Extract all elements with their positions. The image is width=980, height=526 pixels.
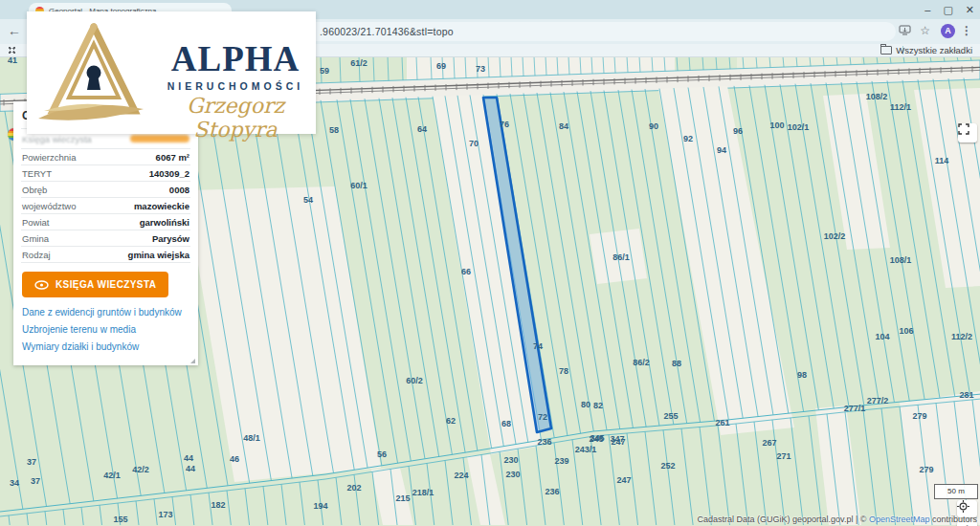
attribute-label: Gmina (22, 233, 49, 244)
scale-bar: 50 m (934, 484, 978, 499)
apps-grid-icon[interactable] (8, 46, 16, 55)
panel-link[interactable]: Uzbrojenie terenu w media (22, 324, 189, 335)
panel-resize-handle[interactable] (190, 359, 195, 363)
brand-subtitle: NIERUCHOMOŚCI (149, 80, 322, 92)
ksiega-wieczysta-button[interactable]: KSIĘGA WIECZYSTA (22, 272, 168, 297)
attribute-label: Rodzaj (22, 250, 51, 260)
browser-menu-icon[interactable]: ⋮ (961, 24, 972, 37)
osm-link[interactable]: OpenStreetMap (869, 515, 930, 524)
map-attribution: Cadastral Data (GUGiK) geoportal.gov.pl … (698, 515, 977, 524)
attribute-row: Powierzchnia6067 m² (22, 149, 189, 164)
attribute-value: gmina wiejska (128, 250, 189, 260)
attribution-text: Cadastral Data (GUGiK) geoportal.gov.pl … (698, 515, 869, 524)
window-controls: – ▢ ✕ (924, 3, 974, 16)
brand-name: ALPHA (149, 38, 322, 79)
bookmark-star-icon[interactable]: ☆ (920, 24, 930, 37)
attribute-label: Powierzchnia (22, 152, 77, 163)
attribute-value: 0008 (169, 185, 189, 195)
fullscreen-button[interactable] (958, 123, 977, 142)
minimize-button[interactable]: – (924, 3, 930, 16)
attribute-value: 140309_2 (149, 168, 189, 179)
panel-link[interactable]: Dane z ewidencji gruntów i budynków (22, 307, 189, 318)
kw-button-label: KSIĘGA WIECZYSTA (56, 279, 156, 290)
folder-icon (880, 46, 892, 55)
avatar[interactable]: A (941, 24, 955, 38)
attribute-row: województwomazowieckie (22, 198, 189, 213)
kw-label: Księga wieczysta (22, 134, 92, 144)
agency-logo-card: ALPHA NIERUCHOMOŚCI Grzegorz Stopyra (27, 11, 316, 134)
close-button[interactable]: ✕ (966, 3, 974, 16)
back-icon[interactable]: ← (8, 23, 21, 38)
all-bookmarks-button[interactable]: Wszystkie zakładki (880, 45, 972, 55)
attribute-label: województwo (22, 201, 77, 211)
attribute-value: 6067 m² (156, 152, 189, 163)
attribute-label: Powiat (22, 217, 50, 228)
attribute-row: Rodzajgmina wiejska (22, 247, 189, 262)
attribute-row: Powiatgarwoliński (22, 214, 189, 230)
attribution-suffix: contributors (929, 515, 977, 524)
kw-eye-icon (34, 280, 49, 290)
panel-link[interactable]: Wymiary działki i budynków (22, 341, 189, 352)
divider (21, 262, 190, 263)
url-text[interactable]: .960023/21.701436&stl=topo (320, 26, 454, 37)
attribute-row: TERYT140309_2 (22, 165, 189, 181)
attribute-row: Obręb0008 (22, 182, 189, 197)
brand-signature: Grzegorz Stopyra (142, 94, 329, 142)
attribute-value: garwoliński (140, 217, 189, 228)
alpha-triangle-keyhole-icon (36, 19, 151, 130)
maximize-button[interactable]: ▢ (943, 3, 952, 16)
attribute-label: Obręb (22, 185, 47, 195)
attribute-label: TERYT (22, 168, 52, 179)
attribute-row: GminaParysów (22, 230, 189, 246)
send-to-device-icon[interactable] (899, 24, 911, 36)
attribute-value: mazowieckie (134, 201, 189, 211)
attribute-value: Parysów (152, 233, 189, 244)
all-bookmarks-label: Wszystkie zakładki (896, 45, 972, 55)
